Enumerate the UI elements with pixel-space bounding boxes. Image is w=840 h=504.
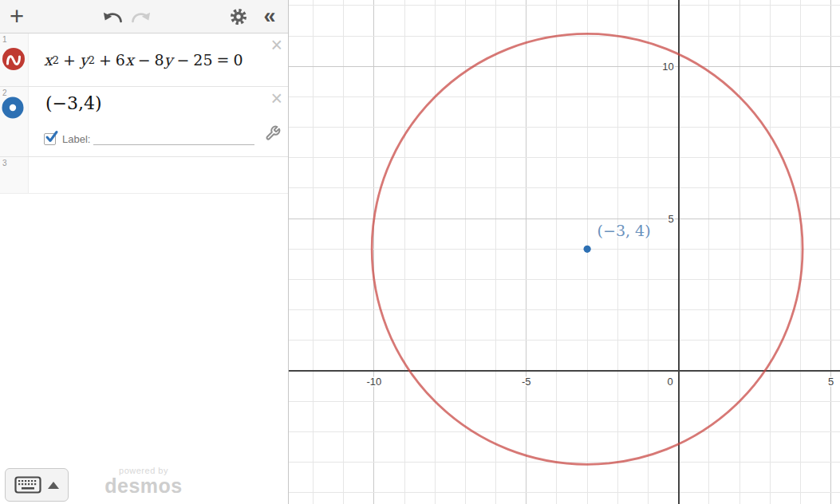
- label-checkbox[interactable]: [44, 133, 56, 145]
- x-tick-label: -10: [366, 376, 381, 388]
- watermark-brand: desmos: [72, 476, 215, 496]
- gear-icon: [229, 7, 248, 26]
- delete-expression-1-button[interactable]: ×: [270, 35, 282, 54]
- expression-row-1[interactable]: 1 x2+y2+6x−8y−25=0 ×: [0, 33, 288, 87]
- up-triangle-icon: [48, 482, 59, 489]
- add-expression-button[interactable]: +: [0, 0, 34, 33]
- point-label: (−3, 4): [597, 222, 651, 239]
- expression-row-2[interactable]: 2 (−3,4) Label: ×: [0, 87, 288, 157]
- expression-gutter-3: 3: [0, 157, 29, 193]
- redo-button[interactable]: [124, 0, 158, 33]
- point-style-icon[interactable]: [2, 96, 24, 119]
- graph-region: (−3, 4)-10-505510: [289, 0, 840, 504]
- implicit-curve-icon[interactable]: [2, 47, 26, 71]
- checkmark-icon: [45, 130, 59, 144]
- label-input[interactable]: [93, 132, 254, 145]
- expression-row-3[interactable]: 3: [0, 157, 288, 194]
- app-window: +: [0, 0, 840, 504]
- label-checkbox-text: Label:: [62, 133, 90, 145]
- x-tick-label: 5: [828, 376, 834, 388]
- expression-panel: +: [0, 0, 289, 504]
- delete-expression-2-button[interactable]: ×: [270, 89, 282, 108]
- undo-arrow-icon: [102, 9, 123, 24]
- graph-canvas[interactable]: (−3, 4)-10-505510: [289, 0, 840, 504]
- point-options-button[interactable]: [265, 125, 281, 144]
- expression-2-value[interactable]: (−3,4): [45, 93, 102, 113]
- wrench-icon: [265, 125, 281, 141]
- expression-gutter-1[interactable]: 1: [0, 33, 29, 86]
- x-tick-label: 0: [667, 376, 672, 388]
- expression-index-3: 3: [2, 159, 7, 167]
- show-keyboard-button[interactable]: [5, 468, 69, 502]
- keyboard-icon: [14, 476, 41, 494]
- collapse-panel-button[interactable]: «: [252, 0, 287, 33]
- y-tick-label: 10: [662, 61, 673, 73]
- y-tick-label: 5: [668, 213, 673, 225]
- redo-arrow-icon: [131, 9, 152, 24]
- desmos-watermark: powered by desmos: [72, 467, 215, 496]
- x-tick-label: -5: [522, 376, 531, 388]
- expression-toolbar: +: [0, 0, 288, 33]
- expression-index-1: 1: [2, 35, 7, 44]
- plotted-point[interactable]: [584, 246, 591, 253]
- settings-button[interactable]: [222, 0, 255, 33]
- expression-gutter-2[interactable]: 2: [0, 87, 29, 156]
- label-option-row: Label:: [44, 132, 254, 145]
- expression-1-math[interactable]: x2+y2+6x−8y−25=0: [44, 33, 243, 86]
